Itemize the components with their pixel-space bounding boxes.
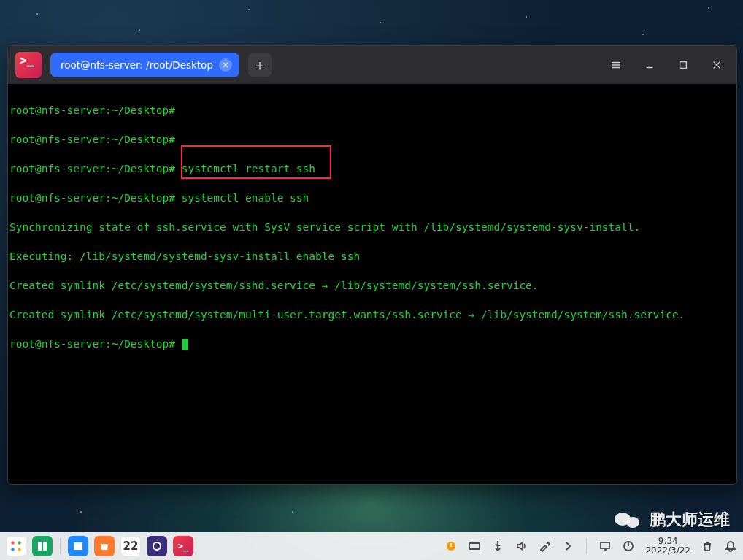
- tray-update-icon[interactable]: [444, 540, 458, 553]
- maximize-button[interactable]: [671, 53, 696, 77]
- tray-keyboard-icon[interactable]: [468, 540, 481, 553]
- watermark: 鹏大师运维: [615, 509, 730, 531]
- terminal-line: Created symlink /etc/systemd/system/sshd…: [9, 278, 735, 293]
- terminal-tab[interactable]: root@nfs-server: /root/Desktop ×: [50, 53, 239, 77]
- terminal-line: root@nfs-server:~/Desktop#: [9, 337, 735, 351]
- wechat-icon: [615, 510, 644, 530]
- tray-usb-icon[interactable]: [491, 540, 504, 553]
- svg-rect-6: [43, 542, 47, 551]
- menu-button[interactable]: [604, 53, 628, 77]
- terminal-app-icon: [15, 52, 42, 78]
- minimize-button[interactable]: [637, 53, 662, 77]
- svg-rect-10: [469, 543, 480, 549]
- terminal-line: Created symlink /etc/systemd/system/mult…: [9, 307, 735, 322]
- svg-rect-5: [38, 542, 42, 551]
- svg-point-8: [153, 542, 161, 550]
- terminal-line: root@nfs-server:~/Desktop# systemctl res…: [9, 161, 735, 176]
- terminal-line: Executing: /lib/systemd/systemd-sysv-ins…: [9, 249, 735, 264]
- tray-power-icon[interactable]: [622, 540, 635, 553]
- taskbar-separator: [60, 538, 61, 554]
- tray-trash-icon[interactable]: [701, 540, 714, 553]
- svg-point-2: [18, 541, 21, 545]
- system-tray: 9:34 2022/3/22: [444, 537, 737, 556]
- tray-desktop-icon[interactable]: [598, 540, 612, 553]
- terminal-line: root@nfs-server:~/Desktop#: [9, 103, 735, 118]
- terminal-taskbar-icon[interactable]: >_: [173, 536, 193, 556]
- close-button[interactable]: [704, 53, 729, 77]
- svg-rect-0: [680, 62, 687, 69]
- tray-notification-icon[interactable]: [724, 540, 737, 553]
- app-store-icon[interactable]: [94, 536, 115, 556]
- terminal-line: root@nfs-server:~/Desktop# systemctl ena…: [9, 191, 735, 205]
- settings-icon[interactable]: [147, 536, 167, 556]
- tray-chevron-right-icon[interactable]: [561, 540, 574, 553]
- terminal-body[interactable]: root@nfs-server:~/Desktop# root@nfs-serv…: [8, 84, 736, 399]
- file-manager-icon[interactable]: [68, 536, 88, 556]
- tab-title: root@nfs-server: /root/Desktop: [61, 59, 213, 71]
- taskbar-clock[interactable]: 9:34 2022/3/22: [645, 537, 690, 556]
- calendar-day: 22: [123, 540, 139, 553]
- svg-rect-11: [601, 542, 609, 548]
- svg-point-1: [11, 541, 15, 545]
- svg-point-4: [18, 548, 21, 551]
- tray-separator: [586, 538, 587, 554]
- terminal-line: Synchronizing state of ssh.service with …: [9, 220, 735, 234]
- terminal-window: root@nfs-server: /root/Desktop × ＋ root@…: [7, 45, 737, 485]
- terminal-line: root@nfs-server:~/Desktop#: [9, 132, 735, 147]
- new-tab-button[interactable]: ＋: [248, 53, 272, 77]
- clock-date: 2022/3/22: [645, 546, 690, 556]
- titlebar[interactable]: root@nfs-server: /root/Desktop × ＋: [8, 46, 736, 84]
- taskbar: 22 >_ 9:34 2022/3/22: [0, 532, 743, 560]
- tab-close-button[interactable]: ×: [219, 58, 232, 72]
- calendar-icon[interactable]: 22: [120, 536, 141, 556]
- launcher-icon[interactable]: [6, 536, 26, 556]
- multitask-icon[interactable]: [32, 536, 53, 556]
- watermark-text: 鹏大师运维: [650, 509, 730, 531]
- svg-rect-7: [74, 542, 82, 550]
- svg-point-3: [11, 548, 15, 551]
- terminal-cursor: [182, 339, 188, 350]
- tray-volume-icon[interactable]: [515, 540, 528, 553]
- tray-eyedropper-icon[interactable]: [538, 540, 551, 553]
